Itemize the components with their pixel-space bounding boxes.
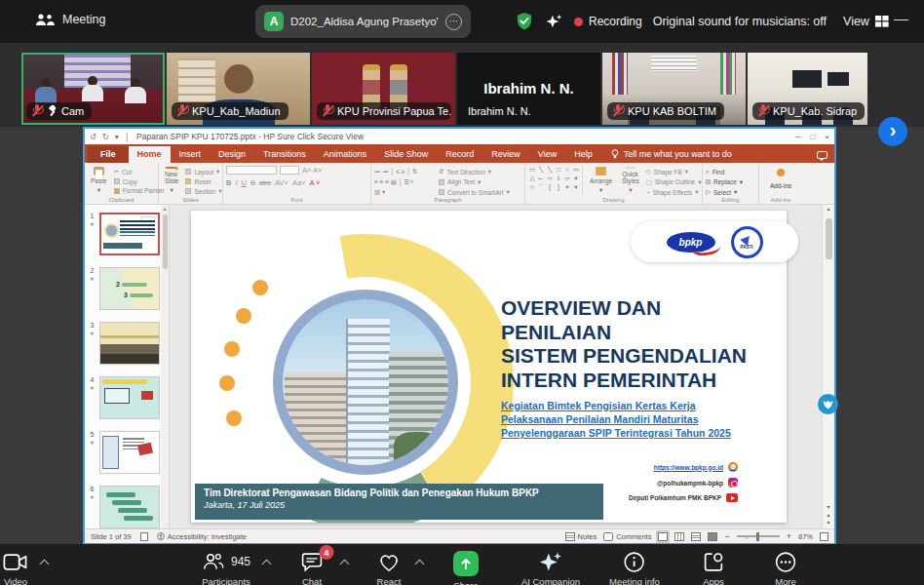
react-options-caret[interactable] <box>415 560 425 569</box>
layout-button[interactable]: Layout ▾ <box>185 168 221 176</box>
video-tile-kpu-papua[interactable]: KPU Provinsi Papua Te... <box>312 53 455 125</box>
italic-button[interactable]: I <box>235 178 237 187</box>
slide-scrollbar[interactable]: ▴ ▾▴▾ <box>822 205 834 528</box>
quick-styles-button[interactable]: Quick Styles▾ <box>619 166 642 195</box>
tab-animations[interactable]: Animations <box>315 146 376 163</box>
slideshow-view-button[interactable] <box>708 532 717 541</box>
chat-button[interactable]: 4 Chat <box>301 551 324 585</box>
zoom-out-button[interactable]: − <box>724 531 729 541</box>
accessibility-checker[interactable]: Accessibility: Investigate <box>157 532 247 541</box>
original-sound-status[interactable]: Original sound for musicians: off <box>653 15 827 28</box>
new-slide-button[interactable]: New Slide▾ <box>162 166 181 195</box>
slide-thumbnail-1[interactable] <box>99 213 160 255</box>
strikethrough-button[interactable]: S <box>250 178 255 187</box>
underline-button[interactable]: U <box>242 178 247 187</box>
share-button[interactable]: Share <box>453 551 479 585</box>
window-close-icon[interactable]: × <box>825 133 829 141</box>
zoom-in-button[interactable]: + <box>787 531 791 541</box>
format-painter-button[interactable]: Format Painter <box>114 187 165 194</box>
shape-outline-button[interactable]: ▢ Shape Outline ▾ <box>646 178 702 186</box>
find-button[interactable]: ⌕ Find <box>706 168 743 176</box>
tab-file[interactable]: File <box>88 146 129 163</box>
fit-to-window-button[interactable] <box>820 532 828 541</box>
video-tile-ibrahim[interactable]: Ibrahim N. N. Ibrahim N. N. <box>457 53 600 125</box>
window-minimize-icon[interactable]: ─ <box>795 133 801 141</box>
list-buttons[interactable]: ≔ ≕ │ ≤ ≥ │ ⇅ <box>374 168 435 176</box>
shape-effects-button[interactable]: ◔ Shape Effects ▾ <box>646 188 702 196</box>
char-spacing-button[interactable]: AV˅ <box>275 178 289 187</box>
video-tile-kpu-kab-madiun[interactable]: KPU_Kab_Madiun <box>167 53 310 125</box>
minimize-button[interactable]: — <box>894 10 908 26</box>
notes-button[interactable]: Notes <box>565 532 597 541</box>
slide-thumbnail-4[interactable] <box>99 376 160 419</box>
columns-button[interactable]: ▥ ▾ <box>374 188 435 196</box>
replace-button[interactable]: Replace ▾ <box>706 178 743 186</box>
slide-sorter-view-button[interactable] <box>674 532 684 541</box>
slide-thumbnail-5[interactable] <box>99 431 160 474</box>
scrollbar-thumb[interactable] <box>826 218 832 259</box>
grow-shrink-font-buttons[interactable]: A˄ A˅ <box>302 166 322 175</box>
zoom-percent[interactable]: 87% <box>798 532 813 541</box>
meeting-info-button[interactable]: Meeting info <box>609 551 660 585</box>
align-buttons[interactable]: ≡ ≡ ≡ ▤ │ ☰˅ <box>374 178 435 186</box>
tab-more-icon[interactable]: ⋯ <box>445 14 462 30</box>
language-icon[interactable] <box>140 532 148 541</box>
tab-home[interactable]: Home <box>129 146 171 163</box>
video-tile-kpu-kab-sidrap[interactable]: KPU_Kab. Sidrap <box>748 53 867 125</box>
slide-thumbnail-2[interactable]: 2 3 <box>99 267 160 310</box>
section-button[interactable]: Section ▾ <box>185 187 221 195</box>
slide-thumbnail-3[interactable] <box>99 322 160 365</box>
convert-smartart-button[interactable]: Convert to SmartArt ▾ <box>439 188 510 196</box>
video-options-caret[interactable] <box>40 560 50 569</box>
font-size-combobox[interactable] <box>280 166 299 175</box>
tab-view[interactable]: View <box>529 146 565 163</box>
video-tile-cam[interactable]: Cam <box>21 53 165 125</box>
hp-sure-click-badge[interactable] <box>818 394 838 414</box>
video-button[interactable]: Video <box>3 551 28 585</box>
window-restore-icon[interactable]: □ <box>810 133 815 141</box>
shape-fill-button[interactable]: ◇ Shape Fill ▾ <box>646 168 702 176</box>
arrange-button[interactable]: Arrange▾ <box>587 166 615 195</box>
tab-record[interactable]: Record <box>437 146 482 163</box>
quick-access-toolbar[interactable]: ↺ ↻ ▾ │ <box>90 133 132 141</box>
shape-gallery[interactable]: ▭╲╲□○▭ △⌙⇨⇩▱▾ ☆⌒{}✶▾ <box>528 166 583 195</box>
participants-button[interactable]: 945 Participants <box>202 551 250 585</box>
tell-me-box[interactable]: Tell me what you want to do <box>601 149 732 163</box>
more-button[interactable]: More <box>775 551 797 585</box>
participants-options-caret[interactable] <box>262 560 272 569</box>
copy-button[interactable]: Copy <box>114 178 165 185</box>
clear-format-button[interactable]: abc <box>259 178 271 187</box>
ai-companion-sparkle-icon[interactable] <box>545 13 563 30</box>
font-name-combobox[interactable] <box>226 166 277 175</box>
paste-button[interactable]: Paste▾ <box>88 166 110 195</box>
text-direction-button[interactable]: ⇵ Text Direction ▾ <box>439 168 510 176</box>
apps-button[interactable]: Apps <box>703 551 725 585</box>
view-button[interactable]: View <box>843 15 889 28</box>
slide-thumbnail-6[interactable] <box>99 486 160 528</box>
tab-slide-show[interactable]: Slide Show <box>375 146 437 163</box>
thumbnails-scrollbar[interactable]: ▴ <box>161 205 169 528</box>
reset-button[interactable]: Reset <box>185 178 221 185</box>
reading-view-button[interactable] <box>691 532 701 541</box>
tab-review[interactable]: Review <box>482 146 529 163</box>
bold-button[interactable]: B <box>226 178 231 187</box>
tab-design[interactable]: Design <box>210 146 254 163</box>
tab-help[interactable]: Help <box>565 146 601 163</box>
shared-screen-tab[interactable]: A D202_Aldisa Agung Prasetyo's sc ⋯ <box>255 5 471 38</box>
change-case-button[interactable]: Aa˅ <box>292 178 306 187</box>
react-button[interactable]: React <box>377 551 402 585</box>
ai-companion-button[interactable]: AI Companion <box>521 551 580 585</box>
zoom-slider[interactable] <box>737 535 780 537</box>
select-button[interactable]: ▷ Select ▾ <box>706 188 743 196</box>
chat-options-caret[interactable] <box>340 560 350 569</box>
cut-button[interactable]: ✂ Cut <box>114 168 165 176</box>
normal-view-button[interactable] <box>658 532 668 541</box>
scrollbar-thumb[interactable] <box>163 214 168 269</box>
video-tile-kpu-kab-boltim[interactable]: KPU KAB BOLTIM <box>602 53 746 125</box>
scrollbar-bottom-controls[interactable]: ▾▴▾ <box>823 503 834 526</box>
comments-button[interactable]: Comments <box>603 532 651 541</box>
security-shield-icon[interactable] <box>515 12 534 31</box>
comments-bubble-icon[interactable] <box>817 151 828 159</box>
tab-insert[interactable]: Insert <box>171 146 211 163</box>
next-videos-button[interactable]: › <box>878 117 907 146</box>
